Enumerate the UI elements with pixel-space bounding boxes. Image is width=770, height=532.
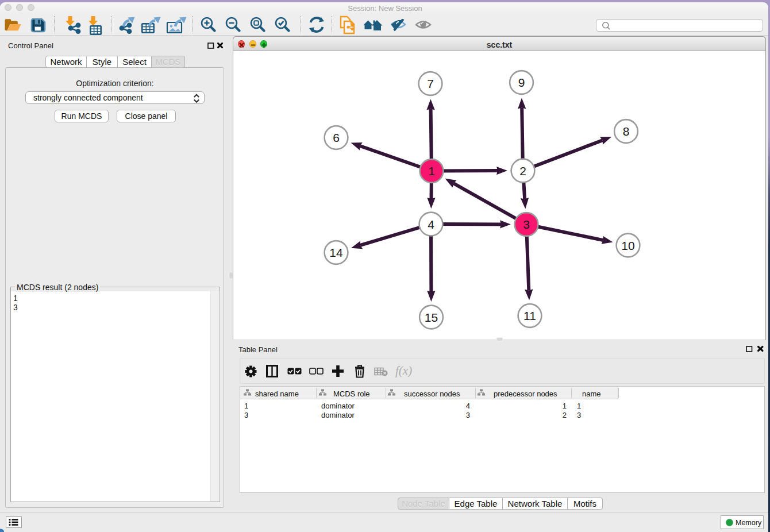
svg-text:11: 11 [523,309,536,322]
svg-text:6: 6 [333,131,340,144]
svg-text:14: 14 [329,246,343,259]
svg-text:4: 4 [428,218,434,231]
svg-text:3: 3 [523,218,530,231]
svg-text:7: 7 [427,77,434,90]
svg-text:10: 10 [621,239,634,252]
svg-text:8: 8 [623,125,630,138]
svg-text:2: 2 [519,164,526,178]
svg-text:15: 15 [425,311,438,324]
svg-text:9: 9 [518,76,525,89]
svg-text:1: 1 [428,164,435,178]
